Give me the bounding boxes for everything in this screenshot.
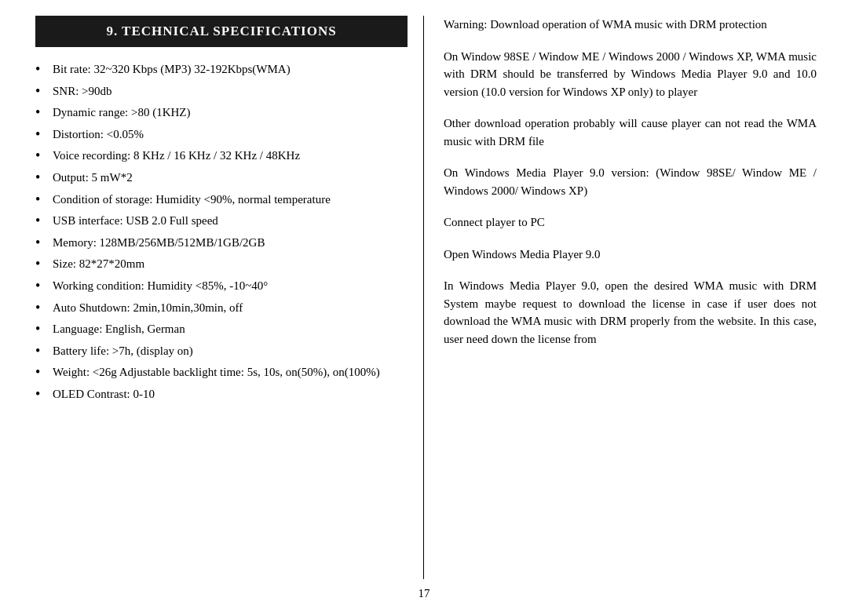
spec-text: Size: 82*27*20mm xyxy=(53,256,408,272)
spec-text: Language: English, German xyxy=(53,321,408,337)
spec-text: Auto Shutdown: 2min,10min,30min, off xyxy=(53,300,408,316)
spec-text: Distortion: <0.05% xyxy=(53,126,408,143)
list-item: •Distortion: <0.05% xyxy=(35,126,408,144)
spec-text: Weight: <26g Adjustable backlight time: … xyxy=(53,364,408,381)
bullet-icon: • xyxy=(35,278,49,295)
bullet-icon: • xyxy=(35,213,49,230)
paragraph: Connect player to PC xyxy=(444,213,817,231)
spec-text: Dynamic range: >80 (1KHZ) xyxy=(53,104,408,121)
bullet-icon: • xyxy=(35,386,49,403)
bullet-icon: • xyxy=(35,148,49,165)
list-item: •Condition of storage: Humidity <90%, no… xyxy=(35,191,408,209)
list-item: •Output: 5 mW*2 xyxy=(35,169,408,187)
paragraph: Warning: Download operation of WMA music… xyxy=(444,16,817,34)
section-title: 9. TECHNICAL SPECIFICATIONS xyxy=(35,16,408,47)
spec-text: Memory: 128MB/256MB/512MB/1GB/2GB xyxy=(53,235,408,251)
bullet-icon: • xyxy=(35,364,49,381)
spec-text: Voice recording: 8 KHz / 16 KHz / 32 KHz… xyxy=(53,148,408,164)
bullet-icon: • xyxy=(35,343,49,360)
bullet-icon: • xyxy=(35,191,49,209)
bullet-icon: • xyxy=(35,61,49,78)
spec-text: Output: 5 mW*2 xyxy=(53,169,408,186)
list-item: •Dynamic range: >80 (1KHZ) xyxy=(35,104,408,122)
paragraph: In Windows Media Player 9.0, open the de… xyxy=(444,277,817,348)
bullet-icon: • xyxy=(35,104,49,122)
bullet-icon: • xyxy=(35,83,49,100)
page-container: 9. TECHNICAL SPECIFICATIONS •Bit rate: 3… xyxy=(0,0,848,616)
spec-text: Bit rate: 32~320 Kbps (MP3) 32-192Kbps(W… xyxy=(53,61,408,78)
page-footer: 17 xyxy=(24,579,824,600)
spec-text: SNR: >90db xyxy=(53,83,408,100)
bullet-icon: • xyxy=(35,126,49,144)
main-content: 9. TECHNICAL SPECIFICATIONS •Bit rate: 3… xyxy=(24,16,824,579)
list-item: •Size: 82*27*20mm xyxy=(35,256,408,273)
list-item: •SNR: >90db xyxy=(35,83,408,100)
list-item: •OLED Contrast: 0-10 xyxy=(35,386,408,403)
spec-text: Battery life: >7h, (display on) xyxy=(53,343,408,359)
bullet-icon: • xyxy=(35,321,49,338)
list-item: •Working condition: Humidity <85%, -10~4… xyxy=(35,278,408,295)
spec-text: USB interface: USB 2.0 Full speed xyxy=(53,213,408,229)
paragraph: On Window 98SE / Window ME / Windows 200… xyxy=(444,48,817,101)
list-item: •Voice recording: 8 KHz / 16 KHz / 32 KH… xyxy=(35,148,408,165)
paragraph: On Windows Media Player 9.0 version: (Wi… xyxy=(444,164,817,199)
list-item: •Battery life: >7h, (display on) xyxy=(35,343,408,360)
list-item: •Auto Shutdown: 2min,10min,30min, off xyxy=(35,300,408,317)
right-column: Warning: Download operation of WMA music… xyxy=(424,16,824,579)
spec-list: •Bit rate: 32~320 Kbps (MP3) 32-192Kbps(… xyxy=(35,61,408,403)
paragraph: Open Windows Media Player 9.0 xyxy=(444,246,817,264)
list-item: •Memory: 128MB/256MB/512MB/1GB/2GB xyxy=(35,235,408,252)
left-column: 9. TECHNICAL SPECIFICATIONS •Bit rate: 3… xyxy=(24,16,424,579)
spec-text: OLED Contrast: 0-10 xyxy=(53,386,408,403)
list-item: •USB interface: USB 2.0 Full speed xyxy=(35,213,408,230)
spec-text: Working condition: Humidity <85%, -10~40… xyxy=(53,278,408,294)
list-item: •Bit rate: 32~320 Kbps (MP3) 32-192Kbps(… xyxy=(35,61,408,78)
bullet-icon: • xyxy=(35,300,49,317)
list-item: •Weight: <26g Adjustable backlight time:… xyxy=(35,364,408,381)
bullet-icon: • xyxy=(35,256,49,273)
page-number: 17 xyxy=(419,587,430,600)
list-item: •Language: English, German xyxy=(35,321,408,338)
bullet-icon: • xyxy=(35,235,49,252)
paragraph: Other download operation probably will c… xyxy=(444,115,817,150)
spec-text: Condition of storage: Humidity <90%, nor… xyxy=(53,191,408,208)
bullet-icon: • xyxy=(35,169,49,187)
